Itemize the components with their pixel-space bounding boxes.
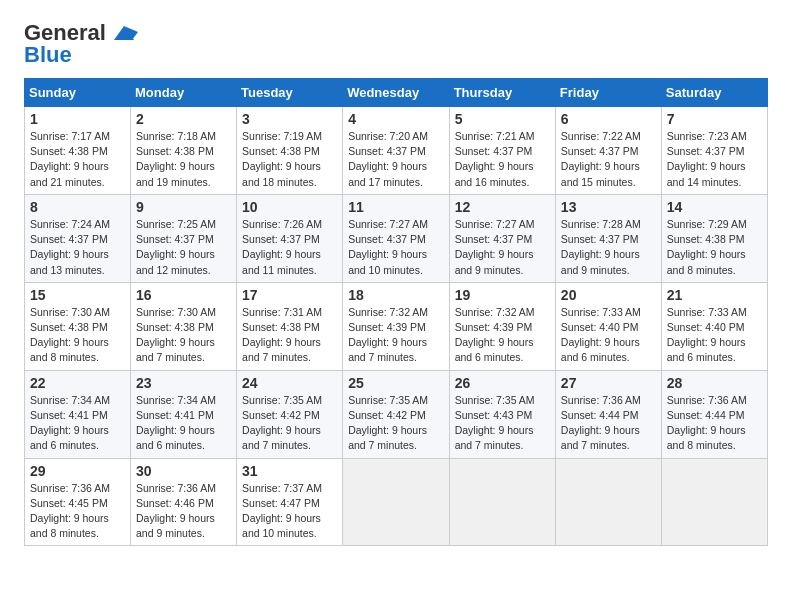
calendar-cell: 14 Sunrise: 7:29 AMSunset: 4:38 PMDaylig…	[661, 194, 767, 282]
calendar-cell: 15 Sunrise: 7:30 AMSunset: 4:38 PMDaylig…	[25, 282, 131, 370]
calendar-cell: 16 Sunrise: 7:30 AMSunset: 4:38 PMDaylig…	[131, 282, 237, 370]
day-info: Sunrise: 7:31 AMSunset: 4:38 PMDaylight:…	[242, 306, 322, 364]
day-info: Sunrise: 7:35 AMSunset: 4:42 PMDaylight:…	[348, 394, 428, 452]
day-info: Sunrise: 7:27 AMSunset: 4:37 PMDaylight:…	[348, 218, 428, 276]
logo: General Blue	[24, 20, 138, 68]
calendar-cell: 7 Sunrise: 7:23 AMSunset: 4:37 PMDayligh…	[661, 107, 767, 195]
day-info: Sunrise: 7:26 AMSunset: 4:37 PMDaylight:…	[242, 218, 322, 276]
day-info: Sunrise: 7:27 AMSunset: 4:37 PMDaylight:…	[455, 218, 535, 276]
day-info: Sunrise: 7:36 AMSunset: 4:44 PMDaylight:…	[667, 394, 747, 452]
day-info: Sunrise: 7:34 AMSunset: 4:41 PMDaylight:…	[136, 394, 216, 452]
logo-icon	[110, 22, 138, 44]
calendar-cell: 23 Sunrise: 7:34 AMSunset: 4:41 PMDaylig…	[131, 370, 237, 458]
calendar-cell: 9 Sunrise: 7:25 AMSunset: 4:37 PMDayligh…	[131, 194, 237, 282]
day-header-sunday: Sunday	[25, 79, 131, 107]
day-number: 26	[455, 375, 550, 391]
calendar-cell	[343, 458, 449, 546]
day-number: 20	[561, 287, 656, 303]
calendar-cell: 24 Sunrise: 7:35 AMSunset: 4:42 PMDaylig…	[237, 370, 343, 458]
day-header-tuesday: Tuesday	[237, 79, 343, 107]
day-number: 7	[667, 111, 762, 127]
calendar-week-2: 8 Sunrise: 7:24 AMSunset: 4:37 PMDayligh…	[25, 194, 768, 282]
day-number: 21	[667, 287, 762, 303]
calendar-cell: 4 Sunrise: 7:20 AMSunset: 4:37 PMDayligh…	[343, 107, 449, 195]
day-info: Sunrise: 7:29 AMSunset: 4:38 PMDaylight:…	[667, 218, 747, 276]
calendar-cell: 1 Sunrise: 7:17 AMSunset: 4:38 PMDayligh…	[25, 107, 131, 195]
day-number: 27	[561, 375, 656, 391]
day-info: Sunrise: 7:21 AMSunset: 4:37 PMDaylight:…	[455, 130, 535, 188]
day-number: 3	[242, 111, 337, 127]
day-number: 8	[30, 199, 125, 215]
day-number: 16	[136, 287, 231, 303]
day-info: Sunrise: 7:23 AMSunset: 4:37 PMDaylight:…	[667, 130, 747, 188]
calendar-cell	[555, 458, 661, 546]
calendar-cell: 2 Sunrise: 7:18 AMSunset: 4:38 PMDayligh…	[131, 107, 237, 195]
day-number: 25	[348, 375, 443, 391]
day-info: Sunrise: 7:36 AMSunset: 4:44 PMDaylight:…	[561, 394, 641, 452]
calendar-table: SundayMondayTuesdayWednesdayThursdayFrid…	[24, 78, 768, 546]
day-info: Sunrise: 7:33 AMSunset: 4:40 PMDaylight:…	[561, 306, 641, 364]
calendar-cell: 21 Sunrise: 7:33 AMSunset: 4:40 PMDaylig…	[661, 282, 767, 370]
day-info: Sunrise: 7:20 AMSunset: 4:37 PMDaylight:…	[348, 130, 428, 188]
day-number: 15	[30, 287, 125, 303]
day-number: 30	[136, 463, 231, 479]
day-info: Sunrise: 7:17 AMSunset: 4:38 PMDaylight:…	[30, 130, 110, 188]
day-number: 13	[561, 199, 656, 215]
calendar-cell: 19 Sunrise: 7:32 AMSunset: 4:39 PMDaylig…	[449, 282, 555, 370]
day-number: 31	[242, 463, 337, 479]
calendar-cell: 12 Sunrise: 7:27 AMSunset: 4:37 PMDaylig…	[449, 194, 555, 282]
calendar-week-1: 1 Sunrise: 7:17 AMSunset: 4:38 PMDayligh…	[25, 107, 768, 195]
calendar-cell: 17 Sunrise: 7:31 AMSunset: 4:38 PMDaylig…	[237, 282, 343, 370]
calendar-cell: 10 Sunrise: 7:26 AMSunset: 4:37 PMDaylig…	[237, 194, 343, 282]
day-info: Sunrise: 7:37 AMSunset: 4:47 PMDaylight:…	[242, 482, 322, 540]
day-info: Sunrise: 7:35 AMSunset: 4:42 PMDaylight:…	[242, 394, 322, 452]
calendar-cell: 11 Sunrise: 7:27 AMSunset: 4:37 PMDaylig…	[343, 194, 449, 282]
calendar-cell: 20 Sunrise: 7:33 AMSunset: 4:40 PMDaylig…	[555, 282, 661, 370]
day-header-wednesday: Wednesday	[343, 79, 449, 107]
day-info: Sunrise: 7:36 AMSunset: 4:46 PMDaylight:…	[136, 482, 216, 540]
day-info: Sunrise: 7:32 AMSunset: 4:39 PMDaylight:…	[455, 306, 535, 364]
calendar-cell	[661, 458, 767, 546]
calendar-cell	[449, 458, 555, 546]
calendar-cell: 22 Sunrise: 7:34 AMSunset: 4:41 PMDaylig…	[25, 370, 131, 458]
day-info: Sunrise: 7:22 AMSunset: 4:37 PMDaylight:…	[561, 130, 641, 188]
calendar-cell: 27 Sunrise: 7:36 AMSunset: 4:44 PMDaylig…	[555, 370, 661, 458]
day-number: 5	[455, 111, 550, 127]
day-number: 2	[136, 111, 231, 127]
day-number: 11	[348, 199, 443, 215]
day-number: 4	[348, 111, 443, 127]
calendar-cell: 18 Sunrise: 7:32 AMSunset: 4:39 PMDaylig…	[343, 282, 449, 370]
page-header: General Blue	[24, 20, 768, 68]
day-number: 6	[561, 111, 656, 127]
day-info: Sunrise: 7:28 AMSunset: 4:37 PMDaylight:…	[561, 218, 641, 276]
day-number: 9	[136, 199, 231, 215]
day-number: 23	[136, 375, 231, 391]
calendar-cell: 31 Sunrise: 7:37 AMSunset: 4:47 PMDaylig…	[237, 458, 343, 546]
calendar-cell: 26 Sunrise: 7:35 AMSunset: 4:43 PMDaylig…	[449, 370, 555, 458]
day-info: Sunrise: 7:35 AMSunset: 4:43 PMDaylight:…	[455, 394, 535, 452]
calendar-cell: 25 Sunrise: 7:35 AMSunset: 4:42 PMDaylig…	[343, 370, 449, 458]
day-header-saturday: Saturday	[661, 79, 767, 107]
logo-blue-text: Blue	[24, 42, 72, 68]
day-info: Sunrise: 7:33 AMSunset: 4:40 PMDaylight:…	[667, 306, 747, 364]
day-number: 28	[667, 375, 762, 391]
day-number: 1	[30, 111, 125, 127]
day-header-monday: Monday	[131, 79, 237, 107]
day-info: Sunrise: 7:18 AMSunset: 4:38 PMDaylight:…	[136, 130, 216, 188]
day-number: 22	[30, 375, 125, 391]
calendar-header-row: SundayMondayTuesdayWednesdayThursdayFrid…	[25, 79, 768, 107]
day-number: 18	[348, 287, 443, 303]
day-number: 29	[30, 463, 125, 479]
calendar-cell: 8 Sunrise: 7:24 AMSunset: 4:37 PMDayligh…	[25, 194, 131, 282]
day-number: 19	[455, 287, 550, 303]
day-header-friday: Friday	[555, 79, 661, 107]
calendar-week-5: 29 Sunrise: 7:36 AMSunset: 4:45 PMDaylig…	[25, 458, 768, 546]
calendar-cell: 28 Sunrise: 7:36 AMSunset: 4:44 PMDaylig…	[661, 370, 767, 458]
calendar-cell: 5 Sunrise: 7:21 AMSunset: 4:37 PMDayligh…	[449, 107, 555, 195]
day-info: Sunrise: 7:30 AMSunset: 4:38 PMDaylight:…	[136, 306, 216, 364]
day-info: Sunrise: 7:32 AMSunset: 4:39 PMDaylight:…	[348, 306, 428, 364]
day-header-thursday: Thursday	[449, 79, 555, 107]
day-info: Sunrise: 7:30 AMSunset: 4:38 PMDaylight:…	[30, 306, 110, 364]
day-number: 10	[242, 199, 337, 215]
calendar-cell: 30 Sunrise: 7:36 AMSunset: 4:46 PMDaylig…	[131, 458, 237, 546]
